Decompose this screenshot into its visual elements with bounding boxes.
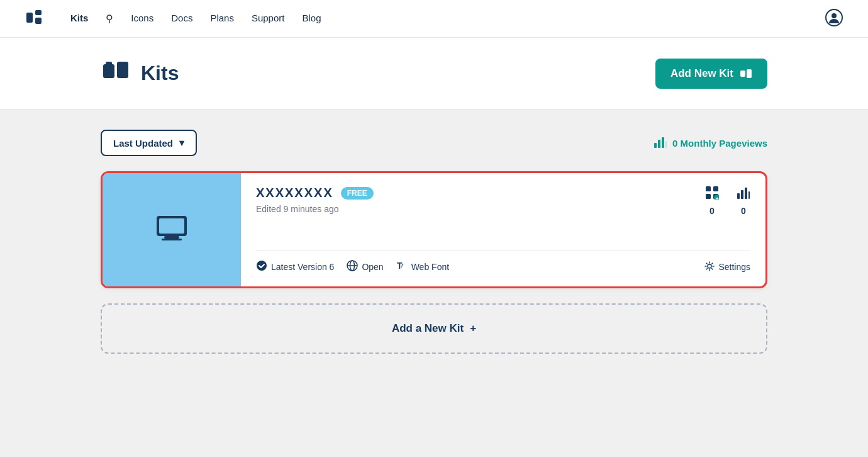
kit-top: XXXXXXXX FREE Edited 9 minutes ago <box>256 186 750 216</box>
kit-icons-stat: + 0 <box>705 186 719 216</box>
svg-rect-27 <box>748 191 750 199</box>
pageviews-info: 0 Monthly Pageviews <box>654 135 767 151</box>
check-circle-icon <box>256 260 267 274</box>
nav-docs[interactable]: Docs <box>171 13 192 25</box>
nav-support[interactable]: Support <box>252 13 285 25</box>
svg-rect-9 <box>747 69 752 78</box>
bar-chart-icon <box>654 135 667 151</box>
settings-label: Settings <box>718 262 750 272</box>
svg-text:r: r <box>401 262 404 269</box>
sort-dropdown[interactable]: Last Updated ▾ <box>101 130 197 156</box>
plus-icon: + <box>470 322 476 335</box>
svg-rect-6 <box>117 62 128 78</box>
kit-name: XXXXXXXX <box>256 186 333 200</box>
svg-rect-13 <box>665 141 667 148</box>
add-new-kit-label: Add New Kit <box>670 67 733 80</box>
svg-rect-8 <box>740 71 745 77</box>
svg-rect-26 <box>745 188 747 199</box>
svg-rect-17 <box>162 239 182 240</box>
page-header-left: Kits <box>101 55 179 91</box>
kit-font: T r Web Font <box>396 260 449 274</box>
nav-kits[interactable]: Kits <box>70 13 88 25</box>
search-icon[interactable]: ⚲ <box>106 13 113 25</box>
svg-rect-1 <box>35 10 42 15</box>
svg-rect-25 <box>741 190 743 199</box>
gear-icon <box>704 261 715 273</box>
add-new-kit-dashed[interactable]: Add a New Kit + <box>101 303 767 354</box>
kit-thumbnail-icon <box>153 207 191 252</box>
kit-version: Latest Version 6 <box>256 260 334 274</box>
svg-rect-20 <box>706 194 711 199</box>
globe-icon <box>347 260 358 274</box>
sort-label: Last Updated <box>113 138 173 149</box>
kit-meta: Latest Version 6 Open <box>256 260 449 274</box>
kit-pageviews-count: 0 <box>741 206 746 216</box>
svg-rect-12 <box>662 137 664 148</box>
svg-rect-2 <box>35 18 42 24</box>
kit-pageviews-stat: 0 <box>737 186 750 216</box>
main-content: Last Updated ▾ 0 Monthly Pageviews <box>0 110 868 424</box>
nav-blog[interactable]: Blog <box>302 13 321 25</box>
svg-point-4 <box>832 13 837 18</box>
kit-card: XXXXXXXX FREE Edited 9 minutes ago <box>101 171 767 288</box>
kit-stats: + 0 <box>705 186 750 216</box>
page-title: Kits <box>141 62 179 85</box>
kit-thumbnail <box>103 173 241 286</box>
svg-rect-0 <box>26 13 33 23</box>
svg-rect-5 <box>103 64 114 78</box>
logo-icon[interactable] <box>25 9 43 29</box>
chevron-down-icon: ▾ <box>179 137 184 149</box>
svg-text:+: + <box>716 196 719 200</box>
font-icon: T r <box>396 260 408 274</box>
user-icon[interactable] <box>825 9 843 29</box>
add-kit-text: Add a New Kit <box>392 322 464 335</box>
kits-header-icon <box>101 55 131 91</box>
bar-chart-kit-icon <box>737 186 750 203</box>
pageviews-count: 0 Monthly Pageviews <box>672 138 767 149</box>
svg-rect-16 <box>164 236 179 239</box>
nav-links: Kits ⚲ Icons Docs Plans Support Blog <box>70 13 805 25</box>
svg-rect-11 <box>658 140 660 148</box>
kit-font-label: Web Font <box>411 262 449 272</box>
free-badge: FREE <box>341 187 374 200</box>
svg-rect-24 <box>737 193 740 199</box>
grid-icon: + <box>705 186 719 203</box>
filters-row: Last Updated ▾ 0 Monthly Pageviews <box>101 130 767 156</box>
navbar: Kits ⚲ Icons Docs Plans Support Blog <box>0 0 868 38</box>
kit-icons-count: 0 <box>709 206 715 216</box>
kit-version-label: Latest Version 6 <box>271 262 334 272</box>
svg-rect-15 <box>159 218 184 234</box>
kit-open-label: Open <box>362 262 383 272</box>
page-header: Kits Add New Kit <box>0 38 868 110</box>
kit-info: XXXXXXXX FREE Edited 9 minutes ago <box>241 173 765 286</box>
kit-settings-button[interactable]: Settings <box>704 261 750 273</box>
svg-point-28 <box>257 261 267 271</box>
kit-bottom: Latest Version 6 Open <box>256 251 750 274</box>
svg-rect-19 <box>713 186 718 191</box>
svg-point-34 <box>708 264 711 268</box>
kit-name-section: XXXXXXXX FREE Edited 9 minutes ago <box>256 186 374 214</box>
kit-edited: Edited 9 minutes ago <box>256 204 374 214</box>
add-kit-dashed-label: Add a New Kit + <box>392 322 476 335</box>
nav-icons[interactable]: Icons <box>131 13 153 25</box>
nav-plans[interactable]: Plans <box>210 13 234 25</box>
kit-name-row: XXXXXXXX FREE <box>256 186 374 200</box>
kit-open[interactable]: Open <box>347 260 383 274</box>
add-new-kit-button[interactable]: Add New Kit <box>655 59 767 89</box>
svg-rect-7 <box>106 62 112 65</box>
svg-rect-10 <box>654 143 657 148</box>
svg-rect-18 <box>706 186 711 191</box>
